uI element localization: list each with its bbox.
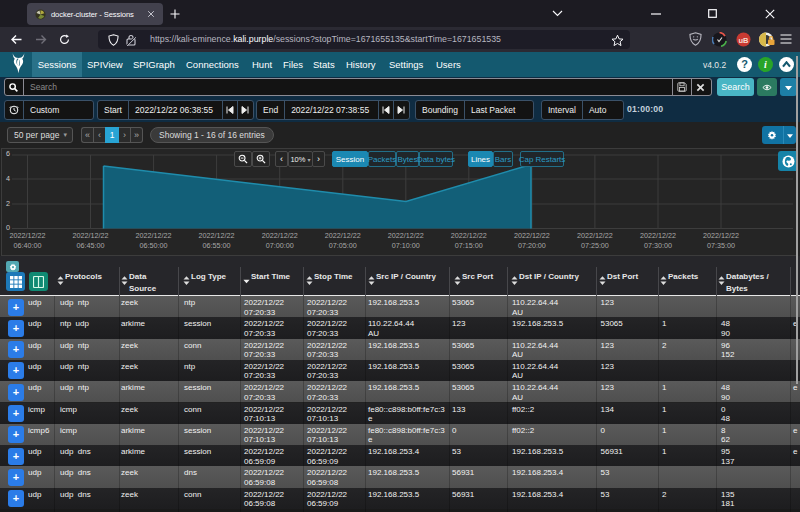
svg-text:uB: uB — [739, 36, 750, 45]
